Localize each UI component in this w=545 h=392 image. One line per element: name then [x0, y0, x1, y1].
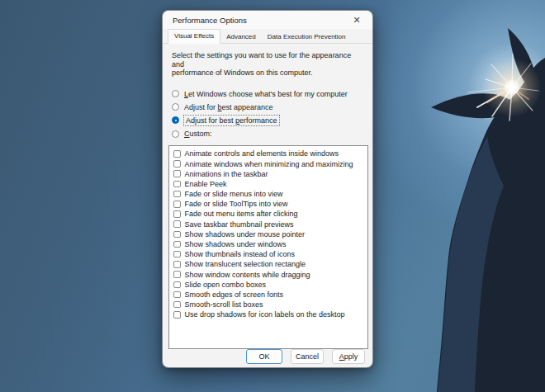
apply-button[interactable]: Apply: [332, 349, 365, 364]
checkbox-label: Show shadows under windows: [185, 240, 287, 248]
ok-button[interactable]: OK: [246, 349, 282, 364]
checkbox-label: Animations in the taskbar: [185, 170, 268, 178]
checkbox-unchecked-icon[interactable]: [173, 191, 181, 198]
checkbox-label: Show window contents while dragging: [185, 271, 310, 279]
close-icon: ✕: [353, 15, 360, 26]
checkbox-unchecked-icon[interactable]: [173, 271, 181, 278]
tab-visual-effects[interactable]: Visual Effects: [168, 29, 220, 44]
checkbox-label: Smooth-scroll list boxes: [185, 300, 263, 309]
list-item[interactable]: Enable Peek: [173, 179, 367, 189]
radio-adjust-best-performance[interactable]: Adjust for best performance: [172, 114, 367, 127]
checkbox-unchecked-icon[interactable]: [173, 261, 181, 268]
radio-custom[interactable]: Custom:: [172, 127, 367, 140]
list-item[interactable]: Fade out menu items after clicking: [173, 209, 367, 219]
checkbox-unchecked-icon[interactable]: [173, 201, 181, 208]
checkbox-unchecked-icon[interactable]: [173, 301, 181, 309]
checkbox-unchecked-icon[interactable]: [173, 231, 181, 239]
list-item[interactable]: Use drop shadows for icon labels on the …: [173, 309, 367, 319]
tab-data-execution-prevention[interactable]: Data Execution Prevention: [262, 31, 352, 43]
close-button[interactable]: ✕: [346, 12, 367, 27]
checkbox-label: Save taskbar thumbnail previews: [185, 220, 294, 229]
list-item[interactable]: Smooth-scroll list boxes: [173, 300, 367, 309]
checkbox-label: Show shadows under mouse pointer: [185, 230, 306, 239]
checkbox-unchecked-icon[interactable]: [173, 160, 181, 168]
checkbox-label: Enable Peek: [185, 180, 227, 188]
radio-label: Adjust for best performance: [184, 116, 279, 125]
radio-button-icon: [172, 90, 179, 97]
checkbox-unchecked-icon[interactable]: [173, 291, 181, 299]
list-item[interactable]: Show window contents while dragging: [173, 270, 367, 280]
list-item[interactable]: Slide open combo boxes: [173, 280, 367, 290]
checkbox-label: Animate controls and elements inside win…: [185, 149, 339, 158]
list-item[interactable]: Animations in the taskbar: [173, 169, 367, 179]
checkbox-unchecked-icon[interactable]: [173, 281, 181, 289]
tab-page-visual-effects: Select the settings you want to use for …: [163, 51, 372, 349]
radio-let-windows-choose[interactable]: Let Windows choose what's best for my co…: [172, 87, 367, 101]
radio-button-selected-icon: [172, 116, 179, 124]
checkbox-label: Smooth edges of screen fonts: [185, 290, 284, 299]
list-item[interactable]: Smooth edges of screen fonts: [173, 290, 367, 300]
checkbox-unchecked-icon[interactable]: [173, 150, 181, 158]
checkbox-label: Fade out menu items after clicking: [185, 210, 298, 218]
list-item[interactable]: Animate controls and elements inside win…: [173, 149, 367, 158]
checkbox-unchecked-icon[interactable]: [173, 220, 181, 228]
radio-button-icon: [172, 103, 179, 111]
radio-label: Let Windows choose what's best for my co…: [184, 90, 348, 98]
list-item[interactable]: Show shadows under mouse pointer: [173, 229, 367, 239]
checkbox-unchecked-icon[interactable]: [173, 210, 181, 218]
list-item[interactable]: Show thumbnails instead of icons: [173, 249, 367, 259]
checkbox-label: Fade or slide ToolTips into view: [185, 200, 288, 208]
checkbox-label: Fade or slide menus into view: [185, 190, 283, 198]
visual-effects-list: Animate controls and elements inside win…: [168, 145, 368, 349]
dialog-title: Performance Options: [173, 16, 247, 25]
list-item[interactable]: Fade or slide ToolTips into view: [173, 199, 367, 209]
checkbox-label: Animate windows when minimizing and maxi…: [185, 160, 353, 168]
tab-advanced[interactable]: Advanced: [220, 31, 262, 43]
checkbox-unchecked-icon[interactable]: [173, 251, 181, 258]
radio-label: Adjust for best appearance: [184, 103, 273, 111]
dialog-button-row: OK Cancel Apply: [246, 349, 365, 364]
checkbox-unchecked-icon[interactable]: [173, 241, 181, 248]
list-item[interactable]: Show translucent selection rectangle: [173, 259, 367, 269]
radio-button-icon: [172, 130, 179, 138]
list-item[interactable]: Animate windows when minimizing and maxi…: [173, 158, 367, 168]
desktop-background: Performance Options ✕ Visual Effects Adv…: [0, 0, 545, 392]
tab-strip: Visual Effects Advanced Data Execution P…: [163, 29, 372, 44]
checkbox-unchecked-icon[interactable]: [173, 170, 181, 177]
cancel-button[interactable]: Cancel: [291, 349, 324, 364]
checkbox-unchecked-icon[interactable]: [173, 181, 181, 188]
radio-adjust-best-appearance[interactable]: Adjust for best appearance: [172, 101, 367, 114]
checkbox-label: Show thumbnails instead of icons: [185, 250, 296, 258]
checkbox-label: Slide open combo boxes: [185, 281, 267, 289]
list-item[interactable]: Fade or slide menus into view: [173, 189, 367, 199]
checkbox-unchecked-icon[interactable]: [173, 311, 181, 319]
radio-label: Custom:: [184, 130, 212, 138]
settings-description: Select the settings you want to use for …: [172, 51, 363, 78]
list-item[interactable]: Show shadows under windows: [173, 239, 367, 249]
list-item[interactable]: Save taskbar thumbnail previews: [173, 220, 367, 229]
dialog-titlebar[interactable]: Performance Options ✕: [163, 11, 372, 29]
checkbox-label: Show translucent selection rectangle: [185, 260, 306, 268]
checkbox-label: Use drop shadows for icon labels on the …: [185, 310, 345, 319]
performance-options-dialog: Performance Options ✕ Visual Effects Adv…: [162, 10, 373, 368]
performance-radio-group: Let Windows choose what's best for my co…: [172, 87, 367, 141]
